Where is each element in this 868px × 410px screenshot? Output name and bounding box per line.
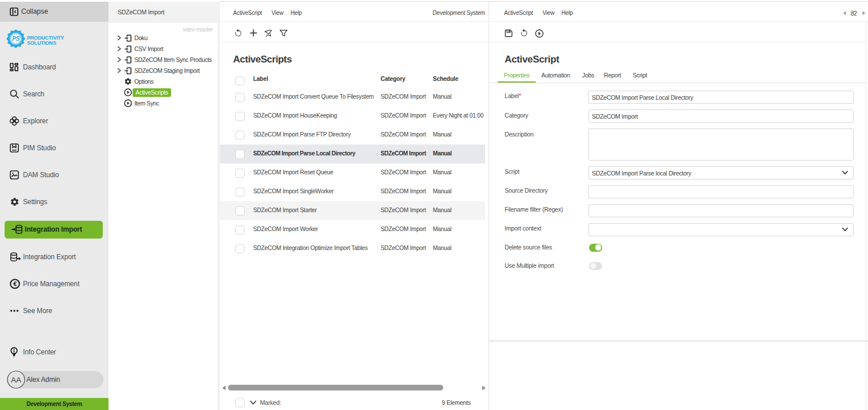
svg-text:PS: PS: [12, 36, 20, 42]
svg-text:€: €: [13, 280, 17, 287]
svg-text:AA: AA: [11, 376, 21, 384]
